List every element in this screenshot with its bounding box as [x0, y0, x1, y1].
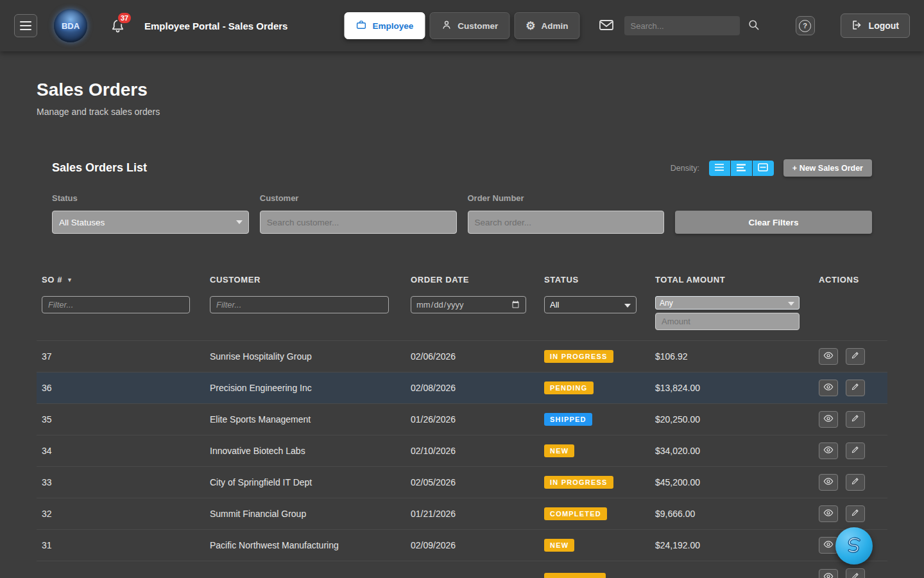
status-filter-select[interactable]: All Statuses [52, 211, 249, 234]
eye-icon [823, 446, 834, 456]
amount-cell: $106.92 [650, 341, 814, 372]
amount-cell: $34,020.00 [650, 435, 814, 467]
customer-filter-input[interactable] [260, 211, 457, 234]
table-row[interactable]: 32 Summit Financial Group 01/21/2026 COM… [37, 498, 887, 530]
customer-column-filter-input[interactable] [210, 296, 389, 313]
edit-button[interactable] [846, 505, 865, 522]
table-row[interactable]: 31 Pacific Northwest Manufacturing 02/09… [37, 530, 887, 561]
status-badge: COMPLETED [544, 507, 607, 520]
amount-column-filter-input[interactable] [655, 313, 800, 330]
navbar: BDA 37 Employee Portal - Sales Orders Em… [0, 0, 924, 51]
app-logo: BDA [54, 9, 87, 42]
page-subtitle: Manage and track sales orders [37, 107, 887, 117]
column-filter-row: All Any [37, 292, 887, 341]
density-compact-button[interactable] [709, 161, 730, 176]
density-label: Density: [671, 164, 699, 173]
view-button[interactable] [819, 411, 838, 428]
status-badge: IN PROGRESS [544, 476, 613, 489]
new-sales-order-button[interactable]: + New Sales Order [783, 159, 872, 177]
density-comfortable-button[interactable] [753, 161, 774, 176]
amount-operator-select[interactable]: Any [655, 296, 800, 310]
tab-admin[interactable]: ⚙ Admin [514, 12, 579, 39]
header-status[interactable]: STATUS [539, 267, 650, 292]
header-customer[interactable]: CUSTOMER [205, 267, 406, 292]
edit-button[interactable] [846, 380, 865, 396]
date-cell: 02/06/2026 [406, 341, 539, 372]
logout-icon [851, 19, 863, 33]
status-column-filter-select[interactable]: All [544, 296, 637, 313]
header-order-date[interactable]: ORDER DATE [406, 267, 539, 292]
so-cell [37, 561, 205, 578]
status-badge: IN PROGRESS [544, 350, 613, 363]
so-cell: 34 [37, 435, 205, 467]
eye-icon [823, 414, 834, 425]
date-cell: 02/10/2026 [406, 435, 539, 467]
edit-button[interactable] [846, 411, 865, 428]
actions-cell [814, 372, 887, 404]
navbar-right: ? Logout [599, 13, 910, 38]
so-column-filter-input[interactable] [42, 296, 190, 313]
actions-cell [814, 467, 887, 498]
edit-button[interactable] [846, 348, 865, 365]
view-button[interactable] [819, 442, 838, 459]
main-content: Sales Orders Manage and track sales orde… [0, 51, 924, 578]
logout-button[interactable]: Logout [841, 13, 910, 38]
view-button[interactable] [819, 348, 838, 365]
edit-button[interactable] [846, 568, 865, 578]
floating-assistant-button[interactable] [835, 527, 873, 565]
magnifier-icon [748, 19, 760, 33]
pencil-icon [851, 414, 860, 425]
order-number-filter-input[interactable] [468, 211, 665, 234]
customer-cell: Pacific Northwest Manufacturing [205, 530, 406, 561]
table-row[interactable] [37, 561, 887, 578]
amount-cell: $45,200.00 [650, 467, 814, 498]
search-input[interactable] [624, 16, 740, 35]
table-row[interactable]: 33 City of Springfield IT Dept 02/05/202… [37, 467, 887, 498]
header-actions: ACTIONS [814, 267, 887, 292]
tab-label: Customer [458, 21, 498, 31]
date-cell: 02/09/2026 [406, 530, 539, 561]
header-total-amount[interactable]: TOTAL AMOUNT [650, 267, 814, 292]
edit-button[interactable] [846, 442, 865, 459]
header-so-number[interactable]: SO #▼ [37, 267, 205, 292]
clear-filters-button[interactable]: Clear Filters [675, 211, 872, 234]
envelope-icon [599, 19, 614, 33]
date-column-filter-input[interactable] [411, 296, 526, 313]
so-cell: 37 [37, 341, 205, 372]
view-button[interactable] [819, 380, 838, 396]
date-cell: 01/26/2026 [406, 404, 539, 435]
so-cell: 35 [37, 404, 205, 435]
pencil-icon [851, 382, 860, 393]
help-button[interactable]: ? [796, 16, 815, 35]
view-button[interactable] [819, 569, 838, 578]
orders-table-body: 37 Sunrise Hospitality Group 02/06/2026 … [37, 341, 887, 578]
customer-cell: Summit Financial Group [205, 498, 406, 530]
briefcase-icon [355, 19, 366, 32]
table-row[interactable]: 37 Sunrise Hospitality Group 02/06/2026 … [37, 341, 887, 372]
status-badge: PENDING [544, 381, 594, 394]
view-button[interactable] [819, 474, 838, 491]
tab-customer[interactable]: Customer [429, 12, 509, 39]
amount-cell [650, 561, 814, 578]
actions-cell [814, 498, 887, 530]
view-button[interactable] [819, 505, 838, 522]
page-title: Sales Orders [37, 80, 887, 100]
density-standard-button[interactable] [731, 161, 752, 176]
person-icon [441, 19, 452, 32]
status-badge: NEW [544, 444, 574, 457]
tab-employee[interactable]: Employee [344, 12, 425, 39]
mail-button[interactable] [599, 19, 614, 33]
date-cell: 01/21/2026 [406, 498, 539, 530]
date-cell: 02/05/2026 [406, 467, 539, 498]
card-title: Sales Orders List [52, 161, 147, 175]
eye-icon [823, 477, 834, 487]
table-row[interactable]: 35 Elite Sports Management 01/26/2026 SH… [37, 404, 887, 435]
edit-button[interactable] [846, 474, 865, 491]
table-row[interactable]: 36 Precision Engineering Inc 02/08/2026 … [37, 372, 887, 404]
table-row[interactable]: 34 Innovative Biotech Labs 02/10/2026 NE… [37, 435, 887, 467]
notifications-button[interactable]: 37 [110, 19, 125, 33]
menu-button[interactable] [14, 14, 37, 37]
search-submit-button[interactable] [748, 19, 760, 33]
status-badge: NEW [544, 539, 574, 552]
app-title: Employee Portal - Sales Orders [144, 21, 287, 31]
